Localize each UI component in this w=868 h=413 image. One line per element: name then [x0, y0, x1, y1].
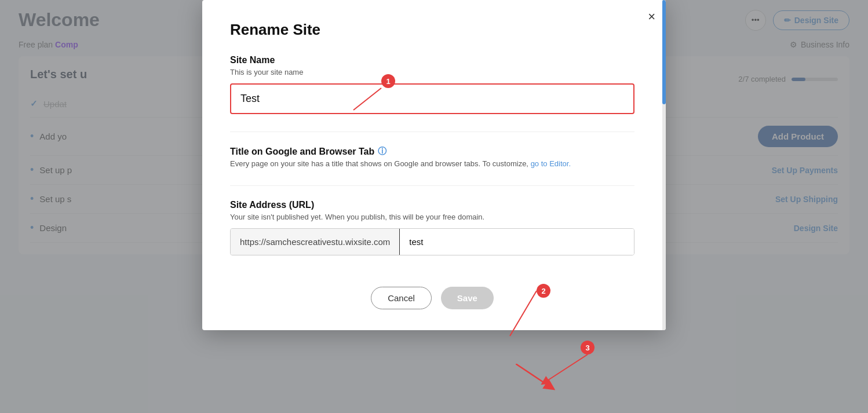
- google-title-description: Every page on your site has a title that…: [230, 159, 634, 168]
- modal-footer: Cancel Save: [230, 273, 634, 309]
- site-address-description: Your site isn't published yet. When you …: [230, 213, 634, 221]
- modal-overlay: × Rename Site Site Name This is your sit…: [0, 0, 868, 413]
- site-address-section: Site Address (URL) Your site isn't publi…: [230, 200, 634, 255]
- url-input-group: https://samchescreativestu.wixsite.com: [230, 228, 634, 255]
- info-icon: ⓘ: [378, 146, 386, 157]
- modal-title: Rename Site: [230, 21, 634, 39]
- cancel-button[interactable]: Cancel: [371, 287, 432, 309]
- site-name-input[interactable]: [230, 83, 634, 114]
- site-name-description: This is your site name: [230, 68, 634, 76]
- annotation-3: 3: [581, 341, 595, 354]
- annotation-1: 1: [381, 74, 395, 88]
- scrollbar-thumb: [662, 0, 666, 104]
- url-slug-input[interactable]: [399, 228, 634, 255]
- save-button[interactable]: Save: [441, 287, 494, 309]
- modal-scrollbar[interactable]: [662, 0, 666, 330]
- site-name-section: Site Name This is your site name: [230, 55, 634, 114]
- divider-2: [230, 185, 634, 186]
- google-title-label: Title on Google and Browser Tab ⓘ: [230, 146, 634, 157]
- site-name-label: Site Name: [230, 55, 634, 65]
- annotation-2: 2: [537, 284, 550, 298]
- divider-1: [230, 131, 634, 132]
- site-address-label: Site Address (URL): [230, 200, 634, 210]
- google-title-section: Title on Google and Browser Tab ⓘ Every …: [230, 146, 634, 168]
- url-prefix: https://samchescreativestu.wixsite.com: [231, 229, 400, 255]
- modal-content: × Rename Site Site Name This is your sit…: [202, 0, 662, 330]
- go-to-editor-link[interactable]: go to Editor.: [531, 159, 571, 168]
- modal-dialog: × Rename Site Site Name This is your sit…: [202, 0, 666, 330]
- modal-close-button[interactable]: ×: [648, 10, 655, 23]
